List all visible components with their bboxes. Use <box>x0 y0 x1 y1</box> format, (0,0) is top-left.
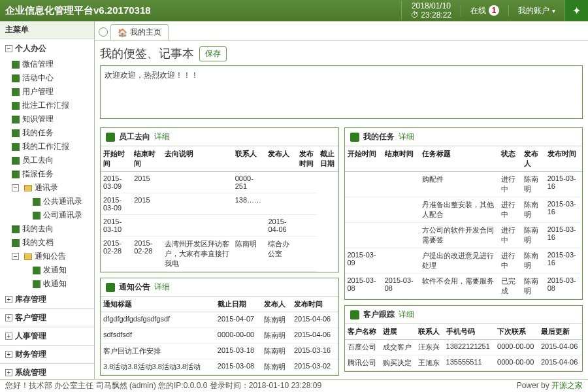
detail-link[interactable]: 详细 <box>154 282 170 293</box>
nav-my-whereabouts[interactable]: 我的去向 <box>0 222 94 236</box>
nav-tree: −个人办公 微信管理活动中心用户管理批注工作汇报知识管理我的任务我的工作汇报员工… <box>0 39 94 379</box>
section-closed[interactable]: +库存管理 <box>0 291 94 308</box>
phone-icon <box>350 310 359 319</box>
expand-icon: + <box>5 351 12 358</box>
col-header: 状态 <box>498 146 522 172</box>
staff-table: 开始时间结束时间去向说明联系人发布人发布时间截止日期2015-03-092015… <box>101 146 338 272</box>
tree-toggle-button[interactable]: ✦ <box>564 0 588 21</box>
nav-item[interactable]: 我的任务 <box>0 126 94 140</box>
section-closed[interactable]: +财务管理 <box>0 345 94 363</box>
file-icon <box>12 116 20 123</box>
nav-contacts-company[interactable]: 公司通讯录 <box>0 208 94 222</box>
table-row[interactable]: sdfsdfsdf0000-00-00陈南明2015-04-06 <box>101 328 338 344</box>
col-header: 进展 <box>380 324 416 340</box>
file-icon <box>12 143 20 151</box>
date-text: 2018/01/10 <box>411 1 451 10</box>
collapse-icon: − <box>5 45 12 52</box>
table-row[interactable]: 丹准备出整安装，其他人配合进行中陈南明2015-03-16 <box>345 197 583 223</box>
top-bar: 企业信息化管理平台v6.20170318 2018/01/10 ⏱ 23:28:… <box>0 0 588 21</box>
nav-item[interactable]: 员工去向 <box>0 154 94 167</box>
memo-title: 我的便签、记事本 <box>100 46 194 61</box>
bullhorn-icon <box>106 283 115 292</box>
tab-home[interactable]: 🏠 我的主页 <box>110 24 169 40</box>
panel-tasks: 我的任务 详细 开始时间结束时间任务标题状态发布人发布时间购配件进行中陈南明20… <box>344 127 583 300</box>
detail-link[interactable]: 详细 <box>399 309 414 320</box>
panel-track: 客户跟踪 详细 客户名称进展联系人手机号码下次联系最后更新百度公司成交客户汪东兴… <box>344 305 583 372</box>
file-icon <box>12 239 20 247</box>
table-row[interactable]: 腾讯公司购买决定王旭东1355555110000-00-002015-04-06 <box>345 355 583 371</box>
folder-icon <box>24 253 32 260</box>
col-header: 开始时间 <box>345 146 382 172</box>
table-row[interactable]: 3.8活动3.8活动3.8活动3.8活动2015-03-08陈南明2015-03… <box>101 359 338 375</box>
col-header: 下次联系 <box>495 324 538 340</box>
table-row[interactable]: 2015-03-09户提出的改进意见进行处理进行中陈南明2015-03-16 <box>345 248 583 274</box>
footer-text: 您好！技术部 办公室主任 司马飘然 (admin) 您的IP:0.0.0.0 登… <box>5 380 321 391</box>
col-header: 发布时间 <box>297 146 318 172</box>
table-row[interactable]: 百度公司成交客户汪东兴138221212510000-00-002015-04-… <box>345 340 583 355</box>
col-header: 发布时间 <box>545 146 582 172</box>
nav-item[interactable]: 用户管理 <box>0 85 94 99</box>
online-count-badge: 1 <box>489 5 499 16</box>
nav-contacts-public[interactable]: 公共通讯录 <box>0 195 94 208</box>
file-icon <box>33 267 41 274</box>
file-icon <box>12 88 20 96</box>
file-icon <box>33 212 41 220</box>
refresh-icon[interactable] <box>99 27 108 37</box>
memo-textarea[interactable] <box>100 65 583 119</box>
file-icon <box>12 129 20 137</box>
nav-notices[interactable]: −通知公告 <box>0 250 94 263</box>
col-header: 开始时间 <box>101 146 131 172</box>
notice-table: 通知标题截止日期发布人发布时间dfgdfgdfgdsfgsdfgsdf2015-… <box>101 297 338 375</box>
tasks-table: 开始时间结束时间任务标题状态发布人发布时间购配件进行中陈南明2015-03-16… <box>345 146 583 299</box>
users-icon <box>106 133 115 142</box>
file-icon <box>12 61 20 69</box>
detail-link[interactable]: 详细 <box>154 131 170 142</box>
table-row[interactable]: 方公司的软件开发合同需要签进行中陈南明2015-03-16 <box>345 223 583 248</box>
section-personal[interactable]: −个人办公 <box>0 40 94 57</box>
table-row[interactable]: 购配件进行中陈南明2015-03-16 <box>345 172 583 197</box>
table-row[interactable]: 2015-03-0920150000-251 <box>101 172 338 193</box>
expand-icon: + <box>5 369 12 376</box>
detail-link[interactable]: 详细 <box>399 131 414 142</box>
nav-send-notice[interactable]: 发通知 <box>0 263 94 277</box>
col-header: 客户名称 <box>345 324 380 340</box>
account-menu[interactable]: 我的账户 ▾ <box>508 5 564 16</box>
col-header: 最后更新 <box>538 324 582 340</box>
nav-item[interactable]: 活动中心 <box>0 71 94 85</box>
col-header: 发布人 <box>265 146 296 172</box>
file-icon <box>12 157 20 165</box>
file-icon <box>12 102 20 110</box>
table-row[interactable]: 2015-03-092015138…… <box>101 193 338 215</box>
chevron-down-icon: ▾ <box>552 7 555 14</box>
section-closed[interactable]: +客户管理 <box>0 308 94 327</box>
table-row[interactable]: 2015-03-082015-03-08软件不会用，需要服务已完成陈南明2015… <box>345 274 583 299</box>
nav-recv-notice[interactable]: 收通知 <box>0 277 94 291</box>
section-closed[interactable]: +系统管理 <box>0 363 94 379</box>
file-icon <box>12 171 20 178</box>
nav-item[interactable]: 知识管理 <box>0 112 94 126</box>
table-row[interactable]: 2015-02-282015-02-28去湾州开发区拜访客户，大家有事直接打我电… <box>101 237 338 272</box>
table-row[interactable]: 2015-03-102015-04-06 <box>101 215 338 237</box>
edit-icon <box>350 133 359 142</box>
section-closed[interactable]: +人事管理 <box>0 327 94 345</box>
online-block[interactable]: 在线 1 <box>461 5 508 16</box>
file-icon <box>12 225 20 233</box>
time-text: ⏱ 23:28:22 <box>411 10 451 20</box>
panel-staff: 员工去向 详细 开始时间结束时间去向说明联系人发布人发布时间截止日期2015-0… <box>100 127 339 272</box>
nav-item[interactable]: 批注工作汇报 <box>0 99 94 112</box>
nav-contacts[interactable]: −通讯录 <box>0 181 94 195</box>
col-header: 通知标题 <box>101 297 215 312</box>
nav-item[interactable]: 我的工作汇报 <box>0 140 94 154</box>
col-header: 发布时间 <box>291 297 338 312</box>
expand-icon: + <box>5 314 12 321</box>
table-row[interactable]: 客户回访工作安排2015-03-18陈南明2015-03-16 <box>101 344 338 359</box>
nav-item[interactable]: 指派任务 <box>0 167 94 181</box>
save-button[interactable]: 保存 <box>199 46 227 61</box>
nav-my-docs[interactable]: 我的文档 <box>0 236 94 250</box>
col-header: 联系人 <box>416 324 444 340</box>
col-header: 手机号码 <box>444 324 495 340</box>
nav-item[interactable]: 微信管理 <box>0 57 94 71</box>
footer-link[interactable]: 开源之家 <box>551 381 583 390</box>
table-row[interactable]: dfgdfgdfgdsfgsdfgsdf2015-04-07陈南明2015-04… <box>101 312 338 328</box>
col-header: 发布人 <box>521 146 545 172</box>
